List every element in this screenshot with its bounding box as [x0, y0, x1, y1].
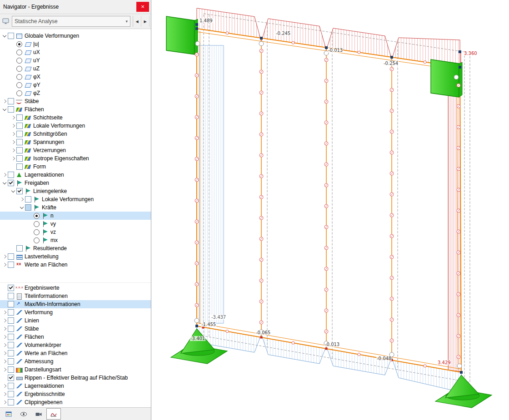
- checkbox[interactable]: [16, 188, 23, 194]
- tree-item-werte-an-fl-chen[interactable]: Werte an Flächen: [0, 349, 151, 357]
- expand-icon[interactable]: [2, 317, 8, 324]
- checkbox[interactable]: [8, 301, 14, 307]
- tree-item-st-be[interactable]: Stäbe: [0, 97, 151, 105]
- radio-button[interactable]: [34, 221, 40, 227]
- tree-item-max-min-informationen[interactable]: Max/Min-Informationen: [0, 300, 151, 308]
- tree-item-x[interactable]: φX: [0, 73, 151, 81]
- expand-icon[interactable]: [2, 399, 8, 405]
- radio-button[interactable]: [16, 74, 22, 80]
- expand-icon[interactable]: [2, 309, 8, 316]
- checkbox[interactable]: [25, 204, 31, 211]
- checkbox[interactable]: [16, 245, 23, 252]
- checkbox[interactable]: [25, 196, 31, 203]
- tree-item-abmessung[interactable]: Abmessung: [0, 357, 151, 366]
- tab-display-navigator[interactable]: [16, 408, 31, 420]
- checkbox[interactable]: [8, 366, 14, 373]
- checkbox[interactable]: [8, 180, 14, 186]
- tree-item-vy[interactable]: vy: [0, 220, 151, 228]
- tree-item-vz[interactable]: vz: [0, 228, 151, 236]
- checkbox[interactable]: [8, 33, 14, 39]
- expand-icon[interactable]: [10, 114, 16, 121]
- tree-splitter[interactable]: [0, 272, 151, 283]
- checkbox[interactable]: [8, 317, 14, 324]
- checkbox[interactable]: [8, 391, 14, 397]
- navigator-titlebar[interactable]: Navigator - Ergebnisse ×: [0, 0, 151, 14]
- checkbox[interactable]: [16, 147, 23, 153]
- expand-icon[interactable]: [2, 350, 8, 356]
- tree-item-lokale-verformungen[interactable]: Lokale Verformungen: [0, 122, 151, 130]
- checkbox[interactable]: [16, 139, 23, 145]
- radio-button[interactable]: [34, 229, 40, 235]
- radio-button[interactable]: [34, 237, 40, 243]
- checkbox[interactable]: [8, 293, 14, 299]
- expand-icon[interactable]: [10, 147, 16, 153]
- tree-item-verformung[interactable]: Verformung: [0, 308, 151, 316]
- collapse-icon[interactable]: [19, 204, 25, 211]
- tree-item-fl-chen[interactable]: Flächen: [0, 105, 151, 114]
- tab-data-navigator[interactable]: [1, 408, 16, 420]
- tree-item-ergebniswerte[interactable]: Ergebniswerte: [0, 284, 151, 292]
- tree-item-mx[interactable]: mx: [0, 236, 151, 244]
- tree-item-lagerreaktionen[interactable]: Lagerreaktionen: [0, 382, 151, 390]
- tree-item-ux[interactable]: uX: [0, 48, 151, 56]
- checkbox[interactable]: [8, 253, 14, 260]
- tree-item-clippingebenen[interactable]: Clippingebenen: [0, 398, 151, 406]
- checkbox[interactable]: [16, 131, 23, 137]
- tree-item-isotrope-eigenschaften[interactable]: Isotrope Eigenschaften: [0, 154, 151, 163]
- tree-item-kr-fte[interactable]: Kräfte: [0, 203, 151, 212]
- tree-item-resultierende[interactable]: Resultierende: [0, 244, 151, 252]
- expand-icon[interactable]: [2, 334, 8, 340]
- radio-button[interactable]: [16, 90, 22, 96]
- tree-item-schnittgr-en[interactable]: Schnittgrößen: [0, 130, 151, 138]
- checkbox[interactable]: [8, 106, 14, 113]
- tree-item-n[interactable]: n: [0, 212, 151, 220]
- tree-item-ergebnisschnitte[interactable]: Ergebnisschnitte: [0, 390, 151, 398]
- checkbox[interactable]: [8, 285, 14, 291]
- expand-icon[interactable]: [2, 326, 8, 332]
- expand-icon[interactable]: [2, 391, 8, 397]
- collapse-icon[interactable]: [10, 188, 16, 194]
- checkbox[interactable]: [8, 309, 14, 316]
- radio-button[interactable]: [34, 213, 40, 219]
- tree-item-st-be[interactable]: Stäbe: [0, 325, 151, 333]
- checkbox[interactable]: [8, 350, 14, 356]
- next-loadcase-button[interactable]: ▶: [141, 16, 150, 27]
- checkbox[interactable]: [8, 98, 14, 104]
- tree-item-lagerreaktionen[interactable]: Lagerreaktionen: [0, 171, 151, 179]
- tree-item-lastverteilung[interactable]: Lastverteilung: [0, 252, 151, 261]
- tree-item-globale-verformungen[interactable]: Globale Verformungen: [0, 32, 151, 40]
- expand-icon[interactable]: [10, 131, 16, 137]
- expand-icon[interactable]: [19, 196, 25, 203]
- radio-button[interactable]: [16, 82, 22, 88]
- close-button[interactable]: ×: [136, 2, 149, 12]
- collapse-icon[interactable]: [2, 33, 8, 39]
- expand-icon[interactable]: [2, 366, 8, 373]
- tree-item-lokale-verformungen[interactable]: Lokale Verformungen: [0, 195, 151, 203]
- expand-icon[interactable]: [2, 172, 8, 178]
- checkbox[interactable]: [16, 163, 23, 170]
- tree-item-liniengelenke[interactable]: Liniengelenke: [0, 187, 151, 195]
- expand-icon[interactable]: [10, 139, 16, 145]
- expand-icon[interactable]: [2, 253, 8, 260]
- tree-item-freigaben[interactable]: Freigaben: [0, 179, 151, 187]
- tree-item-spannungen[interactable]: Spannungen: [0, 138, 151, 146]
- tree-item-uz[interactable]: uZ: [0, 64, 151, 73]
- checkbox[interactable]: [8, 399, 14, 405]
- tree-item-linien[interactable]: Linien: [0, 316, 151, 325]
- checkbox[interactable]: [16, 123, 23, 129]
- tree-item-form[interactable]: Form: [0, 163, 151, 171]
- tree-item-fl-chen[interactable]: Flächen: [0, 333, 151, 341]
- checkbox[interactable]: [8, 262, 14, 268]
- checkbox[interactable]: [8, 326, 14, 332]
- tree-item-y[interactable]: φY: [0, 81, 151, 89]
- checkbox[interactable]: [8, 358, 14, 365]
- tree-item-rippen-effektiver-beitrag-auf-fl-che-stab[interactable]: Rippen - Effektiver Beitrag auf Fläche/S…: [0, 374, 151, 382]
- expand-icon[interactable]: [2, 358, 8, 365]
- expand-icon[interactable]: [10, 123, 16, 129]
- collapse-icon[interactable]: [2, 106, 8, 113]
- checkbox[interactable]: [8, 383, 14, 389]
- tree-item-schichtseite[interactable]: Schichtseite: [0, 114, 151, 122]
- tab-views-navigator[interactable]: [31, 408, 46, 420]
- tree-item-u[interactable]: |u|: [0, 40, 151, 48]
- tree-item-z[interactable]: φZ: [0, 89, 151, 97]
